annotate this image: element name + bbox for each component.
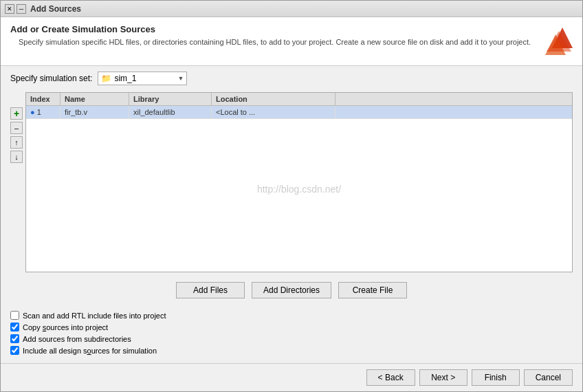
close-button[interactable]: ✕ [5,4,14,14]
remove-row-button[interactable]: – [10,122,23,134]
checkbox-row-3: Add sources from subdirectories [10,334,573,343]
col-location: Location [212,93,336,105]
watermark-text: http://blog.csdn.net/ [257,184,341,195]
scan-rtl-label: Scan and add RTL include files into proj… [23,312,166,320]
title-bar: ✕ ─ Add Sources [1,1,582,17]
action-buttons: Add Files Add Directories Create File [10,276,573,304]
window-title: Add Sources [30,4,81,14]
minimize-button[interactable]: ─ [16,4,26,14]
add-subdirs-label: Add sources from subdirectories [23,335,131,343]
main-window: ✕ ─ Add Sources Add or Create Simulation… [0,0,583,392]
table-header: Index Name Library Location [26,93,572,106]
col-library: Library [129,93,212,105]
cell-name: fir_tb.v [60,106,129,118]
body-section: Specify simulation set: 📁 sim_1 ▼ + – ↑ … [1,66,582,363]
cell-index: ● 1 [26,106,60,118]
checkbox-row-1: Scan and add RTL include files into proj… [10,311,573,320]
checkboxes-section: Scan and add RTL include files into proj… [10,308,573,358]
table-toolbar: + – ↑ ↓ [10,92,25,272]
window-controls: ✕ ─ [5,4,26,14]
add-directories-button[interactable]: Add Directories [252,282,331,298]
move-down-button[interactable]: ↓ [10,151,23,163]
next-button[interactable]: Next > [419,369,468,386]
finish-button[interactable]: Finish [472,369,520,386]
sim-set-value: sim_1 [114,74,136,83]
checkbox-row-4: Include all design sources for simulatio… [10,346,573,355]
footer-buttons: < Back Next > Finish Cancel [1,363,582,391]
vivado-logo [538,24,573,58]
table-area: + – ↑ ↓ Index Name Library Location ● [10,92,573,272]
include-design-sources-label: Include all design sources for simulatio… [23,347,157,355]
checkbox-row-2: Copy sources into project [10,323,573,331]
table-body: ● 1 fir_tb.v xil_defaultlib <Local to ..… [26,106,572,272]
col-name: Name [60,93,129,105]
files-table: Index Name Library Location ● 1 fir_tb.v… [25,92,573,272]
sim-set-dropdown[interactable]: 📁 sim_1 ▼ [98,72,187,85]
create-file-button[interactable]: Create File [338,282,407,298]
copy-sources-checkbox[interactable] [10,323,19,331]
sim-set-label: Specify simulation set: [10,74,92,83]
file-status-icon: ● [30,108,35,116]
header-text: Add or Create Simulation Sources Specify… [10,24,538,47]
add-row-button[interactable]: + [10,107,23,120]
cancel-button[interactable]: Cancel [524,369,573,386]
back-button[interactable]: < Back [366,369,415,386]
add-subdirs-checkbox[interactable] [10,334,19,343]
cell-location: <Local to ... [212,106,336,118]
scan-rtl-checkbox[interactable] [10,311,19,320]
copy-sources-label: Copy sources into project [23,323,108,331]
cell-library: xil_defaultlib [129,106,212,118]
add-files-button[interactable]: Add Files [176,282,245,298]
header-description: Specify simulation specific HDL files, o… [10,37,538,47]
include-design-sources-checkbox[interactable] [10,346,19,355]
move-up-button[interactable]: ↑ [10,136,23,149]
dropdown-arrow-icon: ▼ [177,75,184,82]
sim-set-row: Specify simulation set: 📁 sim_1 ▼ [10,72,573,85]
folder-icon: 📁 [101,74,111,83]
col-index: Index [26,93,60,105]
table-row[interactable]: ● 1 fir_tb.v xil_defaultlib <Local to ..… [26,106,572,119]
header-section: Add or Create Simulation Sources Specify… [1,17,582,66]
header-title: Add or Create Simulation Sources [10,24,538,34]
